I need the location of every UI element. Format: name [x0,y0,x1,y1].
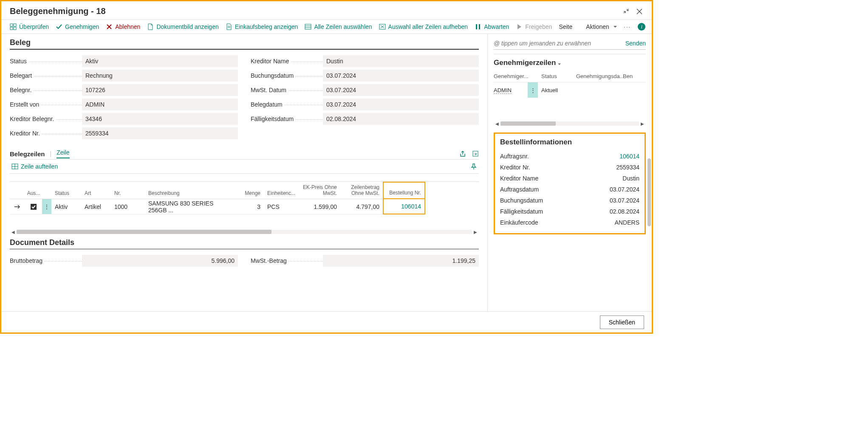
bestellinformationen-panel: Bestellinformationen Auftragsnr.106014 K… [494,132,646,234]
main-content: Beleg StatusAktiv BelegartRechnung Beleg… [1,34,488,318]
col-nr[interactable]: Nr. [111,182,145,199]
approvers-horizontal-scrollbar[interactable]: ◀▶ [494,121,646,127]
value-order-buchungsdatum: 03.07.2024 [610,197,639,204]
value-belegnr[interactable]: 107226 [82,84,238,96]
col-einheit[interactable]: Einheitenc... [264,182,298,199]
cell-art: Artikel [81,199,111,214]
approver-row[interactable]: ADMIN ⋮ Aktuell [494,82,646,98]
col-menge[interactable]: Menge [234,182,264,199]
col-zeilenbetrag[interactable]: ZeilenbetragOhne MwSt. [340,182,383,199]
show-document-image-button[interactable]: Dokumentbild anzeigen [147,23,218,30]
section-document-details: Document Details [10,238,479,249]
collapse-icon[interactable] [623,8,630,15]
cell-beschreibung: SAMSUNG 830 SERIES 256GB ... [145,199,234,214]
label-kreditor-name: Kreditor Name [251,58,323,65]
label-kreditor-nr: Kreditor Nr. [10,130,82,137]
label-mwst-datum: MwSt. Datum [251,87,323,93]
col-genehmigungsdatum[interactable]: Genehmigungsda... [576,73,623,79]
value-erstellt-von[interactable]: ADMIN [82,99,238,110]
value-auftragsnr[interactable]: 106014 [619,153,639,160]
value-belegdatum[interactable]: 03.07.2024 [323,99,479,110]
row-checkbox[interactable] [25,199,42,214]
cell-bestellung-nr[interactable]: 106014 [383,199,425,214]
col-art[interactable]: Art [81,182,111,199]
share-icon[interactable] [459,150,466,157]
cell-status-side: Aktuell [538,87,576,93]
x-icon [106,23,113,30]
actions-menu[interactable]: Aktionen [586,23,616,30]
label-belegart: Belegart [10,72,82,79]
lines-grid: Aus... Status Art Nr. Beschreibung Menge… [10,181,479,214]
close-button[interactable]: Schließen [600,315,644,329]
label-status: Status [10,58,82,65]
label-mwst-betrag: MwSt.-Betrag [251,257,323,264]
show-purchase-doc-button[interactable]: Einkaufsbeleg anzeigen [226,23,298,30]
col-bestellung-nr[interactable]: Bestellung Nr. [383,182,425,199]
label-auftragsnr: Auftragsnr. [500,153,529,160]
col-genehmiger[interactable]: Genehmiger... [494,73,528,79]
col-beschreibung[interactable]: Beschreibung [145,182,234,199]
row-selector-icon[interactable] [10,199,25,214]
wait-button[interactable]: Abwarten [475,23,509,30]
value-einkaeufercode: ANDERS [615,219,639,226]
value-faelligkeitsdatum[interactable]: 02.08.2024 [323,113,479,125]
section-bestellinformationen: Bestellinformationen [500,138,639,146]
label-einkaeufercode: Einkäufercode [500,219,538,226]
value-auftragsdatum: 03.07.2024 [610,186,639,193]
label-order-kreditor-nr: Kreditor Nr. [500,164,530,171]
deselect-all-button[interactable]: Auswahl aller Zeilen aufheben [379,23,468,30]
value-kreditor-name[interactable]: Dustin [323,55,479,67]
col-status-side[interactable]: Status [538,73,576,79]
review-button[interactable]: Überprüfen [10,23,49,30]
value-status[interactable]: Aktiv [82,55,238,67]
svg-rect-2 [10,27,13,30]
value-buchungsdatum[interactable]: 03.07.2024 [323,70,479,82]
value-kreditor-belegnr[interactable]: 34346 [82,113,238,125]
split-line-button[interactable]: Zeile aufteilen [11,163,58,170]
select-all-button[interactable]: Alle Zeilen auswählen [305,23,372,30]
reject-button[interactable]: Ablehnen [106,23,140,30]
svg-rect-6 [476,24,477,29]
svg-rect-7 [479,24,480,29]
cell-menge: 3 [234,199,264,214]
value-mwst-betrag[interactable]: 1.199,25 [323,255,479,267]
pin-icon[interactable] [470,163,477,170]
mention-input[interactable] [494,40,625,47]
label-faelligkeitsdatum: Fälligkeitsdatum [251,115,323,122]
label-auftragsdatum: Auftragsdatum [500,186,539,193]
svg-rect-3 [14,27,16,30]
cell-genehmiger[interactable]: ADMIN [494,87,512,94]
close-icon[interactable] [636,8,643,15]
send-button[interactable]: Senden [625,40,646,47]
col-ek-preis[interactable]: EK-Preis OhneMwSt. [298,182,340,199]
section-genehmigerzeilen[interactable]: Genehmigerzeilen⌄ [494,59,646,67]
svg-rect-4 [305,24,311,29]
value-mwst-datum[interactable]: 03.07.2024 [323,84,479,96]
approver-row-menu-icon[interactable]: ⋮ [528,82,538,98]
col-aus[interactable]: Aus... [25,182,42,199]
col-ben[interactable]: Ben [623,73,640,79]
label-order-faelligkeitsdatum: Fälligkeitsdatum [500,208,543,215]
vertical-scrollbar[interactable] [647,27,651,309]
label-erstellt-von: Erstellt von [10,101,82,108]
value-kreditor-nr[interactable]: 2559334 [82,127,238,139]
info-icon[interactable]: i [638,23,645,31]
cell-ek-preis: 1.599,00 [298,199,340,214]
tab-zeile[interactable]: Zeile [57,149,69,158]
expand-icon[interactable] [472,150,479,157]
label-belegdatum: Belegdatum [251,101,323,108]
svg-rect-0 [10,24,13,26]
section-beleg: Beleg [10,38,479,50]
col-status[interactable]: Status [51,182,81,199]
page-menu[interactable]: Seite [559,23,572,30]
row-menu-icon[interactable]: ⋮ [42,199,51,214]
grid-icon [10,23,17,30]
value-bruttobetrag[interactable]: 5.996,00 [82,255,238,267]
approve-button[interactable]: Genehmigen [56,23,99,30]
table-row[interactable]: ⋮ Aktiv Artikel 1000 SAMSUNG 830 SERIES … [10,199,479,214]
more-menu[interactable]: ··· [624,23,631,30]
grid-horizontal-scrollbar[interactable]: ◀▶ [10,229,479,235]
cell-nr: 1000 [111,199,145,214]
value-belegart[interactable]: Rechnung [82,70,238,82]
play-icon [516,23,523,30]
